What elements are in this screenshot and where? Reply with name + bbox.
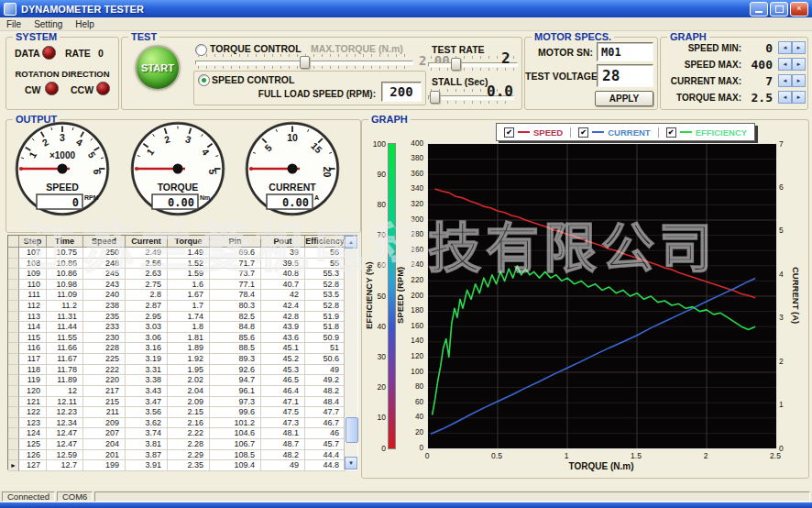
speed-min-spinner[interactable]: ◄► xyxy=(778,41,806,54)
table-cell: 47.7 xyxy=(305,407,346,418)
max-torque-slider[interactable] xyxy=(195,54,413,69)
svg-text:3: 3 xyxy=(60,132,65,143)
table-row[interactable]: 10710.752502.491.4969.63956 xyxy=(8,248,357,259)
current-tick-label: 6 xyxy=(779,182,794,192)
table-scrollbar[interactable]: ▲ ▼ xyxy=(344,236,357,469)
data-table[interactable]: StepTimeSpeedCurrentTorquePinPoutEfficie… xyxy=(7,235,358,470)
speed-tick-label: 120 xyxy=(404,352,423,360)
scroll-up-icon[interactable]: ▲ xyxy=(345,236,357,248)
table-cell: 2.95 xyxy=(126,312,168,323)
table-cell: 3.91 xyxy=(126,460,168,471)
column-header-current[interactable]: Current xyxy=(126,236,168,248)
table-header-row: StepTimeSpeedCurrentTorquePinPoutEfficie… xyxy=(8,236,357,248)
table-row[interactable]: 11111.092402.81.6778.44253.5 xyxy=(8,290,357,301)
menu-help[interactable]: Help xyxy=(69,19,101,29)
menu-file[interactable]: File xyxy=(0,19,27,29)
table-row[interactable]: 11611.662283.161.8988.545.151 xyxy=(8,343,357,354)
table-row[interactable]: 11911.892203.382.0294.746.549.2 xyxy=(8,375,357,386)
legend-item-speed[interactable]: ✔SPEED xyxy=(497,127,570,138)
column-header-pout[interactable]: Pout xyxy=(261,236,305,248)
start-button[interactable]: START xyxy=(135,45,181,91)
table-row[interactable]: 12212.232113.562.1599.647.547.7 xyxy=(8,407,357,418)
table-cell: 46 xyxy=(305,428,346,439)
table-row[interactable]: 12312.342093.622.16101.247.346.7 xyxy=(8,418,357,429)
torque-max-spinner[interactable]: ◄► xyxy=(778,91,806,104)
table-row[interactable]: 12612.592013.872.29108.548.244.4 xyxy=(8,450,357,461)
minimize-button[interactable] xyxy=(750,2,768,17)
table-row[interactable]: 120122173.432.0496.146.448.2 xyxy=(8,386,357,397)
row-marker xyxy=(8,312,19,323)
table-cell: 43.6 xyxy=(261,333,305,344)
table-row[interactable]: 12412.472073.742.22104.648.146 xyxy=(8,428,357,439)
efficiency-tick-label: 60 xyxy=(368,260,386,270)
column-header-pin[interactable]: Pin xyxy=(210,236,261,248)
table-cell: 3.47 xyxy=(126,397,168,408)
close-button[interactable]: × xyxy=(790,2,808,17)
table-row[interactable]: 11711.672253.191.9289.345.250.6 xyxy=(8,354,357,365)
legend-label: SPEED xyxy=(533,127,563,138)
column-header-efficiency[interactable]: Efficiency xyxy=(305,236,346,248)
table-row[interactable]: 11211.22382.871.780.342.452.8 xyxy=(8,301,357,312)
table-cell: 3.19 xyxy=(126,354,168,365)
table-row[interactable]: ►12712.71993.912.35109.44944.8 xyxy=(8,460,357,471)
table-row[interactable]: 11010.982432.751.677.140.752.8 xyxy=(8,280,357,291)
efficiency-tick-label: 80 xyxy=(368,200,386,209)
title-bar[interactable]: DYNAMOMETER TESTER × xyxy=(0,0,812,17)
column-header-torque[interactable]: Torque xyxy=(168,236,210,248)
table-row[interactable]: 10810.862482.561.5271.739.555 xyxy=(8,259,357,270)
status-bar: Connected COM6 xyxy=(0,491,812,502)
table-row[interactable]: 11311.312352.951.7482.542.851.9 xyxy=(8,312,357,323)
table-cell: 2.22 xyxy=(168,428,210,439)
legend-checkbox[interactable]: ✔ xyxy=(578,127,588,138)
table-cell: 233 xyxy=(83,322,126,333)
legend-item-efficiency[interactable]: ✔EFFICIENCY xyxy=(658,127,754,138)
legend-item-current[interactable]: ✔CURRENT xyxy=(570,127,657,138)
table-cell: 46.5 xyxy=(261,375,305,386)
speed-tick-label: 40 xyxy=(404,413,423,421)
column-header-speed[interactable]: Speed xyxy=(83,236,126,248)
current-max-spinner[interactable]: ◄► xyxy=(778,74,806,87)
speed-tick-label: 360 xyxy=(404,170,423,178)
cw-led xyxy=(45,82,59,95)
row-marker xyxy=(8,450,19,461)
row-marker xyxy=(8,248,19,259)
table-row[interactable]: 11411.442333.031.884.843.951.8 xyxy=(8,322,357,333)
ccw-led xyxy=(96,82,110,95)
table-row[interactable]: 11511.552303.061.8185.643.650.9 xyxy=(8,333,357,344)
restore-button[interactable] xyxy=(770,2,788,17)
table-cell: 50.9 xyxy=(305,333,346,344)
row-marker xyxy=(8,301,19,312)
table-row[interactable]: 12512.472043.812.28106.748.745.7 xyxy=(8,439,357,450)
motor-specs-group: MOTOR SPECS. MOTOR SN: M01 TEST VOLTAGE:… xyxy=(524,37,658,110)
menu-setting[interactable]: Setting xyxy=(27,19,69,29)
row-marker: ► xyxy=(8,460,19,471)
speed-control-radio[interactable] xyxy=(198,74,210,86)
scroll-thumb[interactable] xyxy=(346,417,358,443)
speed-unit: RPM xyxy=(84,194,99,201)
table-row[interactable]: 12112.112153.472.0997.347.148.4 xyxy=(8,397,357,408)
legend-checkbox[interactable]: ✔ xyxy=(666,127,676,138)
speed-max-spinner[interactable]: ◄► xyxy=(778,58,806,71)
table-cell: 11.67 xyxy=(47,354,83,365)
test-voltage-input[interactable]: 28 xyxy=(597,64,653,87)
motor-sn-input[interactable]: M01 xyxy=(597,42,653,61)
column-header-step[interactable]: Step xyxy=(19,236,47,248)
table-cell: 89.3 xyxy=(210,354,261,365)
apply-button[interactable]: APPLY xyxy=(595,91,653,106)
table-cell: 39.5 xyxy=(261,259,305,270)
table-cell: 82.5 xyxy=(210,312,261,323)
table-cell: 12.47 xyxy=(47,439,83,450)
legend-checkbox[interactable]: ✔ xyxy=(504,127,514,138)
table-cell: 11.09 xyxy=(47,290,83,301)
max-torque-slider-thumb[interactable] xyxy=(300,56,310,69)
table-cell: 11.78 xyxy=(47,365,83,376)
column-header-time[interactable]: Time xyxy=(47,236,83,248)
scroll-down-icon[interactable]: ▼ xyxy=(345,457,357,469)
full-load-speed-input[interactable]: 200 xyxy=(381,82,422,102)
table-row[interactable]: 11811.782223.311.9592.645.349 xyxy=(8,365,357,376)
table-row[interactable]: 10910.862452.631.5973.740.855.3 xyxy=(8,269,357,280)
test-rate-slider-thumb[interactable] xyxy=(451,58,461,71)
status-connection: Connected xyxy=(2,491,55,502)
torque-tick-label: 0 xyxy=(413,451,441,460)
stall-slider-thumb[interactable] xyxy=(430,91,440,104)
